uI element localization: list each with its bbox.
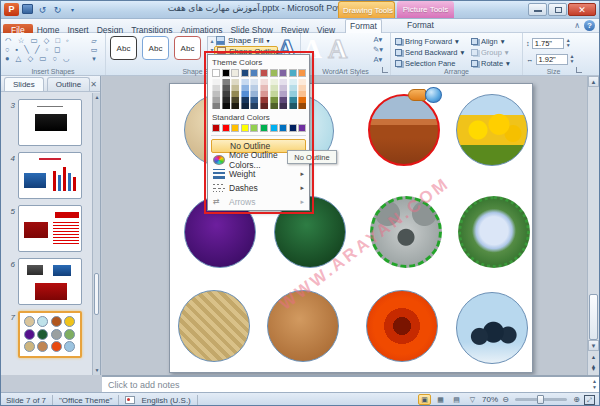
help-icon[interactable]: ? xyxy=(584,20,595,31)
scroll-down-icon[interactable]: ▼ xyxy=(588,340,599,351)
align-button[interactable]: Align ▾ xyxy=(471,36,510,47)
thumbnail-preview[interactable] xyxy=(18,311,82,358)
fit-to-window-icon[interactable]: ⤢ xyxy=(584,395,595,405)
color-swatch[interactable] xyxy=(231,124,239,132)
color-swatch[interactable] xyxy=(222,69,230,77)
normal-view-icon[interactable]: ▣ xyxy=(418,394,431,405)
previous-slide-button[interactable]: ▲▲ xyxy=(588,353,599,362)
scroll-down-icon[interactable]: ▼ xyxy=(93,366,101,375)
shape-width-field[interactable]: 1.92" xyxy=(536,54,568,65)
circle-image-tulips[interactable] xyxy=(456,94,528,166)
next-slide-button[interactable]: ▼▼ xyxy=(588,365,599,374)
tab-outline[interactable]: Outline xyxy=(47,77,90,91)
close-button[interactable]: ✕ xyxy=(568,3,596,16)
zoom-out-icon[interactable]: ⊖ xyxy=(501,395,510,404)
tab-format-drawing[interactable]: Format xyxy=(345,19,382,34)
color-swatch[interactable] xyxy=(231,103,239,109)
sidebar-scrollbar[interactable]: ▲ ▼ xyxy=(92,93,100,375)
qat-dropdown-icon[interactable]: ▾ xyxy=(66,4,79,16)
scrollbar-thumb[interactable] xyxy=(589,294,598,340)
circle-image-copper[interactable] xyxy=(267,290,339,362)
bring-forward-button[interactable]: Bring Forward ▾ xyxy=(395,36,464,47)
slide-thumbnail-6[interactable]: 6 xyxy=(3,258,93,305)
send-backward-button[interactable]: Send Backward ▾ xyxy=(395,47,464,58)
color-swatch[interactable] xyxy=(270,69,278,77)
shape-gallery[interactable]: ◠ ☆ ▭ ◇ □ ◦○ ▪ ╲ ╱ ▫ ◻● △ ◇ ▭ ○ ◡ xyxy=(5,36,85,63)
tab-format-picture[interactable]: Format xyxy=(403,19,438,32)
notes-scroll-icons[interactable]: ▲▼ xyxy=(592,378,597,390)
spellcheck-icon[interactable] xyxy=(125,396,135,404)
edit-shape-icon[interactable]: ▱▭▾ xyxy=(87,36,101,63)
circle-image-hydrangea[interactable] xyxy=(458,196,530,268)
slide-thumbnail-5[interactable]: 5 xyxy=(3,205,93,252)
close-pane-icon[interactable]: ✕ xyxy=(90,80,97,91)
slideshow-view-icon[interactable]: ▽ xyxy=(466,394,479,405)
color-swatch[interactable] xyxy=(231,69,239,77)
color-swatch[interactable] xyxy=(241,69,249,77)
width-spinner[interactable]: ▲▼ xyxy=(570,54,575,64)
shape-style-1[interactable]: Abc xyxy=(110,36,137,60)
color-swatch[interactable] xyxy=(241,103,249,109)
minimize-button[interactable] xyxy=(528,3,547,16)
color-swatch[interactable] xyxy=(298,103,306,109)
collapse-ribbon-icon[interactable]: ∧ xyxy=(574,21,580,30)
slide-thumbnail-4[interactable]: 4 xyxy=(3,152,93,199)
thumbnail-preview[interactable] xyxy=(18,205,82,252)
language-label[interactable]: English (U.S.) xyxy=(141,396,190,405)
wordart-style-3[interactable]: A xyxy=(328,34,348,64)
shape-style-2[interactable]: Abc xyxy=(142,36,169,60)
color-swatch[interactable] xyxy=(279,103,287,109)
group-button[interactable]: Group ▾ xyxy=(471,47,510,58)
color-swatch[interactable] xyxy=(222,124,230,132)
menu-item-weight[interactable]: Weight▸ xyxy=(211,167,306,181)
circle-image-weave[interactable] xyxy=(178,290,250,362)
color-swatch[interactable] xyxy=(260,103,268,109)
circle-image-koala[interactable] xyxy=(370,196,442,268)
color-swatch[interactable] xyxy=(212,124,220,132)
save-icon[interactable] xyxy=(21,4,34,16)
color-swatch[interactable] xyxy=(250,69,258,77)
redo-icon[interactable]: ↻ xyxy=(51,4,64,16)
color-swatch[interactable] xyxy=(250,124,258,132)
shape-style-3[interactable]: Abc xyxy=(174,36,201,60)
color-swatch[interactable] xyxy=(260,124,268,132)
maximize-button[interactable] xyxy=(548,3,567,16)
height-spinner[interactable]: ▲▼ xyxy=(566,38,571,48)
thumbnail-preview[interactable] xyxy=(18,258,82,305)
menu-item-dashes[interactable]: Dashes▸ xyxy=(211,181,306,195)
color-swatch[interactable] xyxy=(279,69,287,77)
vertical-scrollbar[interactable]: ▲ ▼ ▲▲ ▼▼ xyxy=(587,76,599,375)
color-swatch[interactable] xyxy=(289,69,297,77)
slide-thumbnail-3[interactable]: 3 xyxy=(3,99,93,146)
circle-image-penguins[interactable] xyxy=(456,292,528,364)
shape-fill-button[interactable]: Shape Fill ▾ xyxy=(214,35,278,46)
thumbnail-preview[interactable] xyxy=(18,152,82,199)
color-swatch[interactable] xyxy=(241,124,249,132)
zoom-slider-thumb[interactable] xyxy=(537,395,544,404)
notes-placeholder[interactable]: Click to add notes xyxy=(108,380,599,390)
slide-thumbnail-7[interactable]: 7 xyxy=(3,311,93,358)
color-swatch[interactable] xyxy=(298,124,306,132)
zoom-level-label[interactable]: 70% xyxy=(482,395,498,404)
undo-icon[interactable]: ↺ xyxy=(36,4,49,16)
color-swatch[interactable] xyxy=(212,69,220,77)
thumbnail-preview[interactable] xyxy=(18,99,82,146)
color-swatch[interactable] xyxy=(279,124,287,132)
color-swatch[interactable] xyxy=(270,124,278,132)
reading-view-icon[interactable]: ▤ xyxy=(450,394,463,405)
zoom-slider[interactable] xyxy=(515,398,567,401)
text-fill-outline-effects-icons[interactable]: A▾✎▾A▾ xyxy=(369,35,387,65)
color-swatch[interactable] xyxy=(289,103,297,109)
color-swatch[interactable] xyxy=(289,124,297,132)
color-swatch[interactable] xyxy=(222,103,230,109)
zoom-in-icon[interactable]: ⊕ xyxy=(572,395,581,404)
color-swatch[interactable] xyxy=(212,103,220,109)
color-swatch[interactable] xyxy=(250,103,258,109)
color-swatch[interactable] xyxy=(270,103,278,109)
scroll-up-icon[interactable]: ▲ xyxy=(588,76,599,87)
color-swatch[interactable] xyxy=(260,69,268,77)
shape-height-field[interactable]: 1.75" xyxy=(532,38,564,49)
circle-image-flower[interactable] xyxy=(366,290,438,362)
slide-sorter-icon[interactable]: ▦ xyxy=(434,394,447,405)
notes-pane[interactable]: Click to add notes ▲▼ xyxy=(102,375,599,392)
